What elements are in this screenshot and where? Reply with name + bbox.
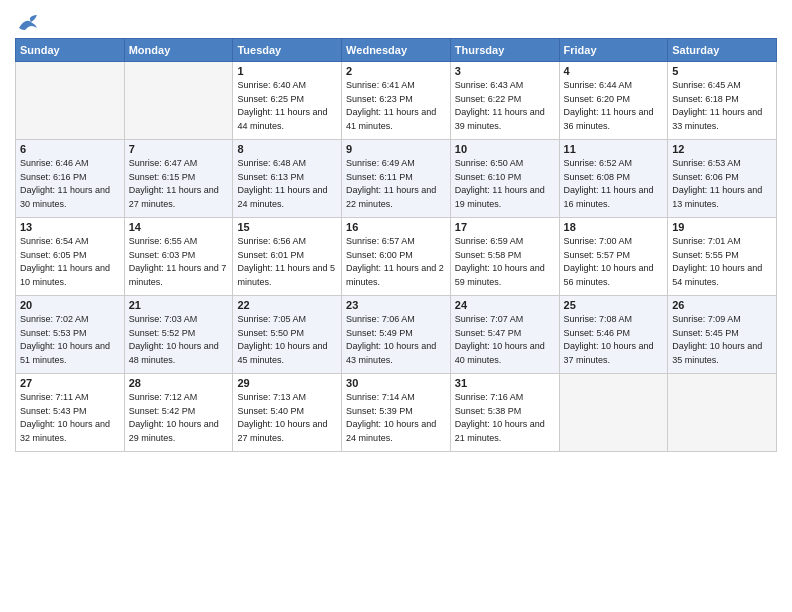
calendar-cell: 31Sunrise: 7:16 AM Sunset: 5:38 PM Dayli…: [450, 374, 559, 452]
day-number: 3: [455, 65, 555, 77]
calendar-cell: 16Sunrise: 6:57 AM Sunset: 6:00 PM Dayli…: [342, 218, 451, 296]
calendar-cell: 20Sunrise: 7:02 AM Sunset: 5:53 PM Dayli…: [16, 296, 125, 374]
day-info: Sunrise: 7:12 AM Sunset: 5:42 PM Dayligh…: [129, 391, 229, 445]
day-number: 8: [237, 143, 337, 155]
header-wednesday: Wednesday: [342, 39, 451, 62]
day-number: 26: [672, 299, 772, 311]
page: SundayMondayTuesdayWednesdayThursdayFrid…: [0, 0, 792, 462]
calendar-cell: 27Sunrise: 7:11 AM Sunset: 5:43 PM Dayli…: [16, 374, 125, 452]
day-number: 23: [346, 299, 446, 311]
logo: [15, 14, 39, 32]
week-row-4: 20Sunrise: 7:02 AM Sunset: 5:53 PM Dayli…: [16, 296, 777, 374]
day-number: 1: [237, 65, 337, 77]
calendar-cell: 29Sunrise: 7:13 AM Sunset: 5:40 PM Dayli…: [233, 374, 342, 452]
calendar-cell: 8Sunrise: 6:48 AM Sunset: 6:13 PM Daylig…: [233, 140, 342, 218]
calendar-cell: 15Sunrise: 6:56 AM Sunset: 6:01 PM Dayli…: [233, 218, 342, 296]
calendar-cell: 21Sunrise: 7:03 AM Sunset: 5:52 PM Dayli…: [124, 296, 233, 374]
day-info: Sunrise: 6:52 AM Sunset: 6:08 PM Dayligh…: [564, 157, 664, 211]
day-number: 27: [20, 377, 120, 389]
day-number: 10: [455, 143, 555, 155]
calendar-cell: 25Sunrise: 7:08 AM Sunset: 5:46 PM Dayli…: [559, 296, 668, 374]
day-number: 15: [237, 221, 337, 233]
calendar-cell: 2Sunrise: 6:41 AM Sunset: 6:23 PM Daylig…: [342, 62, 451, 140]
day-info: Sunrise: 6:48 AM Sunset: 6:13 PM Dayligh…: [237, 157, 337, 211]
day-number: 28: [129, 377, 229, 389]
day-info: Sunrise: 6:49 AM Sunset: 6:11 PM Dayligh…: [346, 157, 446, 211]
day-info: Sunrise: 7:08 AM Sunset: 5:46 PM Dayligh…: [564, 313, 664, 367]
day-info: Sunrise: 6:50 AM Sunset: 6:10 PM Dayligh…: [455, 157, 555, 211]
calendar-cell: 17Sunrise: 6:59 AM Sunset: 5:58 PM Dayli…: [450, 218, 559, 296]
day-info: Sunrise: 6:45 AM Sunset: 6:18 PM Dayligh…: [672, 79, 772, 133]
calendar-cell: 19Sunrise: 7:01 AM Sunset: 5:55 PM Dayli…: [668, 218, 777, 296]
header-row: SundayMondayTuesdayWednesdayThursdayFrid…: [16, 39, 777, 62]
day-info: Sunrise: 6:57 AM Sunset: 6:00 PM Dayligh…: [346, 235, 446, 289]
calendar-cell: 28Sunrise: 7:12 AM Sunset: 5:42 PM Dayli…: [124, 374, 233, 452]
day-number: 5: [672, 65, 772, 77]
day-number: 4: [564, 65, 664, 77]
day-number: 9: [346, 143, 446, 155]
calendar-cell: [559, 374, 668, 452]
week-row-2: 6Sunrise: 6:46 AM Sunset: 6:16 PM Daylig…: [16, 140, 777, 218]
day-number: 11: [564, 143, 664, 155]
header-monday: Monday: [124, 39, 233, 62]
day-number: 18: [564, 221, 664, 233]
day-info: Sunrise: 7:06 AM Sunset: 5:49 PM Dayligh…: [346, 313, 446, 367]
header-area: [15, 10, 777, 32]
calendar-cell: 5Sunrise: 6:45 AM Sunset: 6:18 PM Daylig…: [668, 62, 777, 140]
day-number: 31: [455, 377, 555, 389]
day-info: Sunrise: 6:46 AM Sunset: 6:16 PM Dayligh…: [20, 157, 120, 211]
week-row-5: 27Sunrise: 7:11 AM Sunset: 5:43 PM Dayli…: [16, 374, 777, 452]
calendar-cell: 11Sunrise: 6:52 AM Sunset: 6:08 PM Dayli…: [559, 140, 668, 218]
day-number: 30: [346, 377, 446, 389]
calendar-cell: 12Sunrise: 6:53 AM Sunset: 6:06 PM Dayli…: [668, 140, 777, 218]
header-thursday: Thursday: [450, 39, 559, 62]
day-number: 17: [455, 221, 555, 233]
day-info: Sunrise: 7:13 AM Sunset: 5:40 PM Dayligh…: [237, 391, 337, 445]
day-info: Sunrise: 6:59 AM Sunset: 5:58 PM Dayligh…: [455, 235, 555, 289]
day-info: Sunrise: 7:11 AM Sunset: 5:43 PM Dayligh…: [20, 391, 120, 445]
day-number: 20: [20, 299, 120, 311]
day-info: Sunrise: 7:02 AM Sunset: 5:53 PM Dayligh…: [20, 313, 120, 367]
day-info: Sunrise: 6:41 AM Sunset: 6:23 PM Dayligh…: [346, 79, 446, 133]
calendar-cell: 30Sunrise: 7:14 AM Sunset: 5:39 PM Dayli…: [342, 374, 451, 452]
day-info: Sunrise: 7:00 AM Sunset: 5:57 PM Dayligh…: [564, 235, 664, 289]
day-info: Sunrise: 6:55 AM Sunset: 6:03 PM Dayligh…: [129, 235, 229, 289]
calendar-cell: [16, 62, 125, 140]
day-info: Sunrise: 7:09 AM Sunset: 5:45 PM Dayligh…: [672, 313, 772, 367]
calendar-cell: 7Sunrise: 6:47 AM Sunset: 6:15 PM Daylig…: [124, 140, 233, 218]
calendar-cell: [668, 374, 777, 452]
calendar-cell: 9Sunrise: 6:49 AM Sunset: 6:11 PM Daylig…: [342, 140, 451, 218]
day-number: 24: [455, 299, 555, 311]
day-info: Sunrise: 6:56 AM Sunset: 6:01 PM Dayligh…: [237, 235, 337, 289]
header-tuesday: Tuesday: [233, 39, 342, 62]
day-info: Sunrise: 7:07 AM Sunset: 5:47 PM Dayligh…: [455, 313, 555, 367]
calendar-cell: 13Sunrise: 6:54 AM Sunset: 6:05 PM Dayli…: [16, 218, 125, 296]
day-number: 19: [672, 221, 772, 233]
day-info: Sunrise: 6:54 AM Sunset: 6:05 PM Dayligh…: [20, 235, 120, 289]
calendar-cell: 18Sunrise: 7:00 AM Sunset: 5:57 PM Dayli…: [559, 218, 668, 296]
header-sunday: Sunday: [16, 39, 125, 62]
day-number: 29: [237, 377, 337, 389]
header-saturday: Saturday: [668, 39, 777, 62]
day-info: Sunrise: 6:47 AM Sunset: 6:15 PM Dayligh…: [129, 157, 229, 211]
calendar-cell: 23Sunrise: 7:06 AM Sunset: 5:49 PM Dayli…: [342, 296, 451, 374]
day-number: 16: [346, 221, 446, 233]
day-number: 13: [20, 221, 120, 233]
week-row-1: 1Sunrise: 6:40 AM Sunset: 6:25 PM Daylig…: [16, 62, 777, 140]
day-info: Sunrise: 7:14 AM Sunset: 5:39 PM Dayligh…: [346, 391, 446, 445]
day-info: Sunrise: 6:44 AM Sunset: 6:20 PM Dayligh…: [564, 79, 664, 133]
day-number: 6: [20, 143, 120, 155]
calendar-cell: 24Sunrise: 7:07 AM Sunset: 5:47 PM Dayli…: [450, 296, 559, 374]
day-info: Sunrise: 7:03 AM Sunset: 5:52 PM Dayligh…: [129, 313, 229, 367]
logo-bird-icon: [17, 14, 39, 32]
calendar-cell: 26Sunrise: 7:09 AM Sunset: 5:45 PM Dayli…: [668, 296, 777, 374]
calendar-cell: 4Sunrise: 6:44 AM Sunset: 6:20 PM Daylig…: [559, 62, 668, 140]
day-number: 14: [129, 221, 229, 233]
day-info: Sunrise: 7:16 AM Sunset: 5:38 PM Dayligh…: [455, 391, 555, 445]
calendar-cell: 14Sunrise: 6:55 AM Sunset: 6:03 PM Dayli…: [124, 218, 233, 296]
calendar-cell: [124, 62, 233, 140]
day-number: 7: [129, 143, 229, 155]
day-number: 21: [129, 299, 229, 311]
day-number: 22: [237, 299, 337, 311]
calendar-cell: 10Sunrise: 6:50 AM Sunset: 6:10 PM Dayli…: [450, 140, 559, 218]
